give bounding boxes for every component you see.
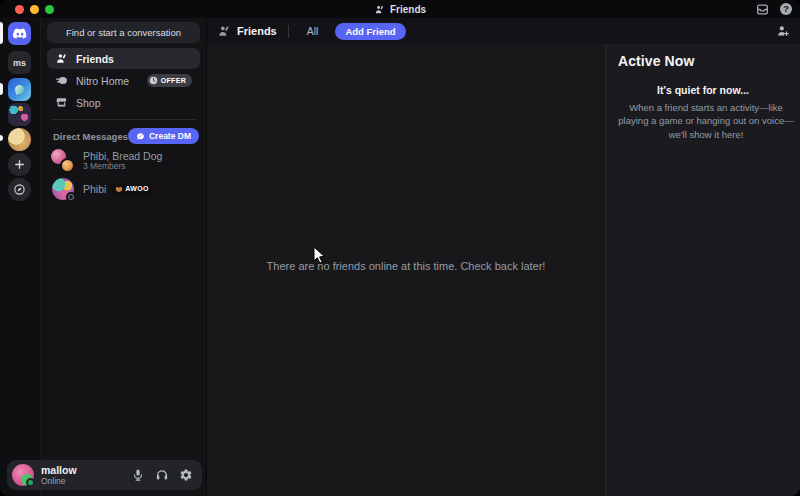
server-tag-badge: AWOO — [111, 183, 152, 195]
server-rail: ms — [0, 18, 40, 496]
home-selected-pill — [0, 22, 3, 44]
empty-state-text: There are no friends online at this time… — [207, 260, 605, 272]
channel-sidebar: Find or start a conversation Friends Nit… — [40, 18, 206, 496]
new-group-dm-icon[interactable] — [776, 24, 790, 38]
titlebar-title-group: Friends — [0, 0, 800, 18]
explore-servers-button[interactable] — [8, 178, 31, 201]
active-now-panel: Active Now It's quiet for now... When a … — [605, 44, 800, 496]
sidebar-item-friends[interactable]: Friends — [47, 48, 200, 69]
user-actions — [131, 468, 193, 482]
titlebar: Friends ? — [0, 0, 800, 18]
dm-section-label: Direct Messages — [53, 131, 128, 142]
compass-icon — [13, 183, 26, 196]
dm-item-user[interactable]: Phibi AWOO — [45, 176, 203, 202]
search-conversation-button[interactable]: Find or start a conversation — [47, 22, 200, 43]
active-now-empty-state: It's quiet for now... When a friend star… — [618, 84, 788, 141]
clock-icon — [149, 76, 158, 85]
sidebar-item-shop[interactable]: Shop — [47, 92, 200, 113]
username: mallow — [41, 464, 77, 477]
friends-header: Friends All Add Friend — [207, 18, 800, 44]
server-icon-bread[interactable] — [8, 128, 31, 151]
friends-wave-icon — [374, 4, 385, 15]
header-right-actions — [776, 24, 790, 38]
friends-list-pane: There are no friends online at this time… — [207, 44, 605, 496]
nitro-icon — [55, 74, 68, 87]
main-body: There are no friends online at this time… — [207, 44, 800, 496]
mouse-cursor — [313, 246, 326, 264]
shop-icon — [55, 96, 68, 109]
user-texts: mallow Online — [41, 464, 77, 487]
plus-icon — [13, 158, 26, 171]
user-panel[interactable]: mallow Online — [7, 460, 202, 490]
dm-member-count: 3 Members — [83, 162, 162, 172]
sidebar-divider — [51, 119, 196, 120]
avatar — [60, 158, 75, 173]
add-server-button[interactable] — [8, 153, 31, 176]
server-unread-pill — [0, 83, 3, 95]
gear-icon[interactable] — [179, 468, 193, 482]
nitro-offer-badge: OFFER — [147, 74, 192, 87]
page-title: Friends — [237, 25, 277, 37]
microphone-icon[interactable] — [131, 468, 145, 482]
sidebar-item-label: Nitro Home — [76, 75, 129, 87]
headphones-icon[interactable] — [155, 468, 169, 482]
dm-name: Phibi — [83, 183, 106, 195]
friends-wave-icon — [55, 52, 68, 65]
sidebar-item-label: Shop — [76, 97, 101, 109]
help-icon[interactable]: ? — [780, 3, 792, 15]
titlebar-actions: ? — [756, 0, 792, 18]
header-separator — [288, 25, 289, 38]
avatar — [52, 178, 74, 200]
server-unread-pill — [0, 135, 3, 141]
titlebar-title: Friends — [390, 4, 426, 15]
create-dm-button[interactable]: Create DM — [128, 128, 199, 144]
quiet-title: It's quiet for now... — [618, 84, 788, 96]
server-icon-bird[interactable] — [8, 78, 31, 101]
dm-item-texts: Phibi AWOO — [83, 183, 153, 195]
group-dm-avatars — [51, 149, 75, 173]
offer-badge-label: OFFER — [161, 77, 186, 84]
sidebar-item-label: Friends — [76, 53, 114, 65]
friends-wave-icon — [217, 24, 231, 38]
online-status-dot — [26, 478, 35, 487]
active-now-title: Active Now — [618, 53, 788, 69]
wolf-icon — [115, 186, 123, 193]
home-button[interactable] — [8, 22, 31, 45]
create-dm-label: Create DM — [149, 131, 191, 141]
user-status: Online — [41, 476, 77, 486]
add-friend-button[interactable]: Add Friend — [335, 23, 405, 40]
dm-section-header: Direct Messages Create DM — [41, 125, 206, 147]
avatar[interactable] — [12, 464, 34, 486]
tab-all[interactable]: All — [300, 23, 326, 39]
server-icon-art[interactable] — [8, 103, 31, 126]
discord-window: Friends ? ms Find or start a conversatio… — [0, 0, 800, 496]
chat-pencil-icon — [136, 132, 145, 141]
status-offline-badge — [66, 192, 76, 202]
discord-logo-icon — [12, 28, 28, 40]
server-icon-ms[interactable]: ms — [8, 51, 31, 74]
dm-item-texts: Phibi, Bread Dog 3 Members — [83, 150, 162, 172]
main-area: Friends All Add Friend There are no frie… — [206, 18, 800, 496]
sidebar-item-nitro[interactable]: Nitro Home OFFER — [47, 70, 200, 91]
dm-item-group[interactable]: Phibi, Bread Dog 3 Members — [45, 148, 203, 174]
quiet-body: When a friend starts an activity—like pl… — [618, 101, 794, 141]
server-tag-label: AWOO — [125, 185, 148, 193]
inbox-icon[interactable] — [756, 3, 769, 16]
